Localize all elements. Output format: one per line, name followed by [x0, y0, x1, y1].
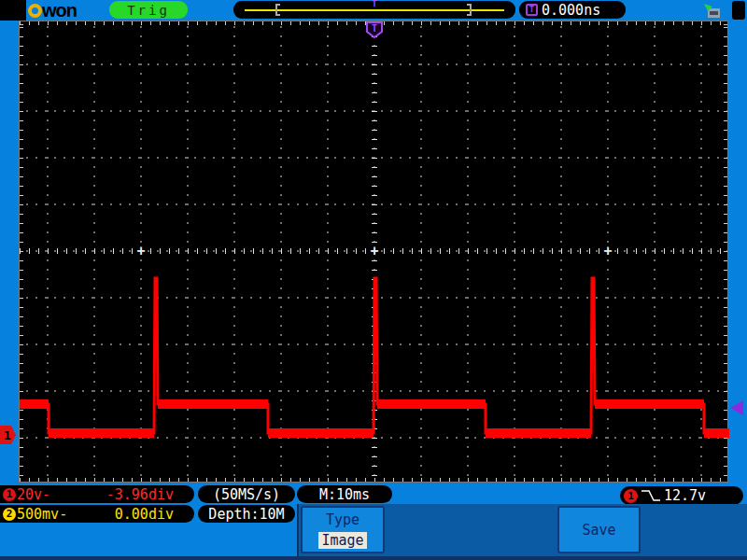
channel1-scale: 20v-	[17, 486, 103, 503]
save-label: Save	[582, 522, 615, 539]
svg-text:T: T	[372, 23, 377, 34]
trigger-channel-badge: 1	[624, 489, 638, 503]
waveform-trace	[20, 21, 729, 483]
record-view-bar: T	[233, 1, 515, 19]
channel1-position-value: -3.96div	[103, 486, 174, 503]
record-length-line	[245, 9, 504, 11]
battery-icon	[732, 1, 745, 20]
trigger-level-value: 12.7v	[664, 487, 706, 504]
trigger-status-badge: Trig	[109, 1, 188, 19]
trigger-level-arrow-icon	[730, 400, 743, 415]
timebase-readout: M:10ms	[297, 485, 392, 503]
horizontal-offset-readout: T 0.000ns	[519, 1, 626, 19]
trigger-t-icon: T	[526, 4, 538, 16]
usb-storage-icon	[702, 3, 725, 20]
record-depth-readout: Depth:10M	[198, 505, 295, 523]
brand-logo: won	[28, 1, 77, 20]
trigger-position-marker-icon: T	[364, 21, 385, 38]
channel2-scale: 500mv-	[17, 506, 103, 523]
logo-text: won	[42, 2, 77, 19]
logo-ring-icon	[28, 4, 42, 18]
bezel-bottom-edge	[0, 556, 747, 560]
sample-rate-readout: (50MS/s)	[198, 485, 295, 503]
trigger-readout: 1 12.7v	[620, 486, 743, 505]
type-selected-value: Image	[318, 532, 366, 549]
channel1-badge: 1	[3, 488, 16, 501]
save-button[interactable]: Save	[557, 506, 641, 553]
type-menu-button[interactable]: Type Image	[301, 506, 385, 553]
channel2-readout: 2 500mv- 0.00div	[0, 505, 194, 523]
horizontal-time-value: 0.000ns	[542, 2, 600, 19]
channel1-position-marker: 1	[0, 426, 16, 444]
type-label: Type	[326, 511, 359, 528]
window-left-bracket-icon	[275, 4, 280, 16]
graticule: + + + T	[19, 21, 728, 483]
record-trigger-marker-icon: T	[372, 0, 376, 8]
bezel-corner	[0, 0, 26, 21]
channel2-badge: 2	[3, 508, 16, 521]
channel2-position-value: 0.00div	[103, 506, 174, 523]
oscilloscope-screen: won Trig T T 0.000ns + + + T 1	[0, 0, 747, 560]
channel1-readout: 1 20v- -3.96div	[0, 485, 194, 503]
falling-edge-icon	[640, 488, 662, 503]
window-right-bracket-icon	[467, 4, 472, 16]
